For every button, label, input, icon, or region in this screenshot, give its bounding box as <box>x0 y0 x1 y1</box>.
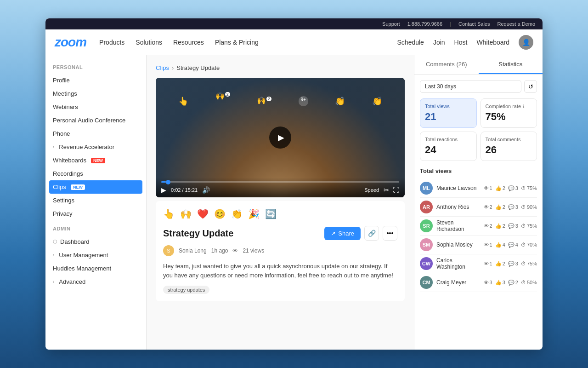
play-button[interactable]: ▶ <box>269 126 291 149</box>
nav-plans-pricing[interactable]: Plans & Pricing <box>215 37 259 48</box>
viewer-row[interactable]: CW Carlos Washington 👁1 👍2 💬3 ⏱75% <box>420 254 537 273</box>
contact-sales-link[interactable]: Contact Sales <box>458 21 490 27</box>
main-content: Clips › Strategy Update 👆 🙌2 🙌2 9+ 👏 👏 <box>147 55 414 350</box>
sidebar-item-revenue[interactable]: › Revenue Accelerator <box>45 140 146 154</box>
request-demo-link[interactable]: Request a Demo <box>497 21 535 27</box>
total-reactions-label: Total reactions <box>425 137 472 142</box>
nav-host[interactable]: Host <box>454 39 468 46</box>
video-progress-bar[interactable] <box>161 181 399 183</box>
post-title-row: Strategy Update ↗ Share 🔗 ••• <box>163 226 397 241</box>
viewer-name: Steven Richardson <box>436 219 480 232</box>
completion-rate-value: 75% <box>486 111 532 123</box>
sidebar-item-recordings[interactable]: Recordings <box>45 167 146 180</box>
viewer-stats: 👁1 👍2 💬3 ⏱75% <box>484 185 537 191</box>
viewer-name: Craig Meyer <box>436 279 480 286</box>
emoji-heart[interactable]: ❤️ <box>197 208 209 219</box>
sidebar-item-meetings[interactable]: Meetings <box>45 87 146 100</box>
viewer-row[interactable]: ML Maurice Lawson 👁1 👍2 💬3 ⏱75% <box>420 179 537 198</box>
viewer-completion: ⏱75% <box>521 185 537 191</box>
emoji-refresh[interactable]: 🔄 <box>265 208 277 219</box>
sidebar-item-user-management[interactable]: › User Management <box>45 248 146 262</box>
sidebar-item-personal-audio[interactable]: Personal Audio Conference <box>45 114 146 127</box>
sidebar-item-advanced[interactable]: › Advanced <box>45 275 146 288</box>
post-meta: S Sonia Long 1h ago 👁 21 views <box>163 245 397 256</box>
viewer-stats: 👁2 👍2 💬3 ⏱75% <box>484 223 537 229</box>
sidebar-item-clips[interactable]: Clips NEW <box>49 180 142 194</box>
viewer-name: Carlos Washington <box>436 257 480 270</box>
sidebar-item-dashboard[interactable]: ⬡ Dashboard <box>45 235 146 248</box>
author-avatar: S <box>163 245 174 256</box>
sidebar-item-profile[interactable]: Profile <box>45 74 146 87</box>
sidebar-item-settings[interactable]: Settings <box>45 194 146 207</box>
more-button[interactable]: ••• <box>383 226 397 241</box>
play-pause-button[interactable]: ▶ <box>161 186 166 194</box>
viewer-reactions: 👍4 <box>495 242 505 248</box>
support-label: Support <box>382 21 400 27</box>
viewer-views: 👁2 <box>484 204 492 210</box>
viewer-comments: 💬3 <box>508 223 518 229</box>
nav-solutions[interactable]: Solutions <box>136 37 162 48</box>
viewer-row[interactable]: CM Craig Meyer 👁3 👍3 💬2 ⏱50% <box>420 273 537 292</box>
nav-join[interactable]: Join <box>433 39 445 46</box>
viewer-avatar: ML <box>420 182 433 195</box>
viewer-stats: 👁3 👍3 💬2 ⏱50% <box>484 280 537 286</box>
emoji-smile[interactable]: 😊 <box>214 208 226 219</box>
completion-rate-label: Completion rate ℹ <box>486 104 532 109</box>
viewer-views: 👁3 <box>484 280 492 285</box>
sidebar-item-phone[interactable]: Phone <box>45 127 146 140</box>
post-tag[interactable]: strategy updates <box>163 286 209 294</box>
breadcrumb-parent[interactable]: Clips <box>156 64 169 71</box>
personal-section-label: PERSONAL <box>45 64 146 74</box>
controls-row: ▶ 0:02 / 15:21 🔊 Speed ✂ ⛶ <box>161 186 399 194</box>
viewer-stats: 👁2 👍2 💬3 ⏱90% <box>484 204 537 210</box>
viewer-comments: 💬3 <box>508 204 518 210</box>
video-player[interactable]: 👆 🙌2 🙌2 9+ 👏 👏 ▶ <box>156 78 405 197</box>
play-icon: ▶ <box>278 132 284 143</box>
nav-resources[interactable]: Resources <box>173 37 204 48</box>
zoom-logo[interactable]: zoom <box>55 35 86 50</box>
date-filter-row: Last 30 days ↺ <box>420 80 537 93</box>
admin-section-label: ADMIN <box>45 226 146 235</box>
emoji-party[interactable]: 🎉 <box>248 208 260 219</box>
viewer-views: 👁1 <box>484 242 492 247</box>
phone-number: 1.888.799.9666 <box>407 21 442 27</box>
sidebar-item-webinars[interactable]: Webinars <box>45 100 146 114</box>
viewer-stats: 👁1 👍4 💬4 ⏱70% <box>484 242 537 248</box>
share-button[interactable]: ↗ Share <box>324 227 361 240</box>
nav-whiteboard[interactable]: Whiteboard <box>476 39 509 46</box>
nav-schedule[interactable]: Schedule <box>397 39 424 46</box>
date-filter-select[interactable]: Last 30 days <box>420 80 521 93</box>
viewer-row[interactable]: SR Steven Richardson 👁2 👍2 💬3 ⏱75% <box>420 217 537 236</box>
viewer-avatar: SR <box>420 219 433 232</box>
post-author: Sonia Long <box>179 247 207 254</box>
sidebar-item-huddles[interactable]: Huddles Management <box>45 262 146 275</box>
post-body: Hey team, just wanted to give you all a … <box>163 262 397 280</box>
volume-button[interactable]: 🔊 <box>202 186 210 194</box>
refresh-button[interactable]: ↺ <box>524 80 537 93</box>
link-button[interactable]: 🔗 <box>364 226 379 241</box>
scissors-button[interactable]: ✂ <box>384 186 389 194</box>
viewer-name: Sophia Mosley <box>436 242 480 248</box>
breadcrumb: Clips › Strategy Update <box>156 64 405 71</box>
viewer-row[interactable]: AR Anthony Rios 👁2 👍2 💬3 ⏱90% <box>420 198 537 217</box>
breadcrumb-current: Strategy Update <box>176 64 220 71</box>
user-avatar[interactable]: 👤 <box>519 35 533 50</box>
viewer-avatar: SM <box>420 238 433 251</box>
sidebar-item-whiteboards[interactable]: Whiteboards NEW <box>45 154 146 167</box>
tab-comments[interactable]: Comments (26) <box>414 55 479 74</box>
sidebar-item-privacy[interactable]: Privacy <box>45 207 146 220</box>
total-views-section-title: Total views <box>420 167 537 174</box>
emoji-hands[interactable]: 👏 <box>231 208 243 219</box>
stat-completion-rate: Completion rate ℹ 75% <box>481 98 537 128</box>
fullscreen-button[interactable]: ⛶ <box>393 186 399 194</box>
post-time-ago: 1h ago <box>211 247 228 254</box>
emoji-clap[interactable]: 🙌 <box>180 208 192 219</box>
nav-products[interactable]: Products <box>99 37 124 48</box>
tab-statistics[interactable]: Statistics <box>479 55 543 74</box>
emoji-thumbsup[interactable]: 👆 <box>163 208 175 219</box>
stat-total-comments: Total comments 26 <box>481 132 537 161</box>
browser-window: Support 1.888.799.9666 | Contact Sales R… <box>45 18 543 350</box>
post-title: Strategy Update <box>163 228 233 239</box>
viewer-row[interactable]: SM Sophia Mosley 👁1 👍4 💬4 ⏱70% <box>420 236 537 254</box>
speed-button[interactable]: Speed <box>364 187 379 193</box>
